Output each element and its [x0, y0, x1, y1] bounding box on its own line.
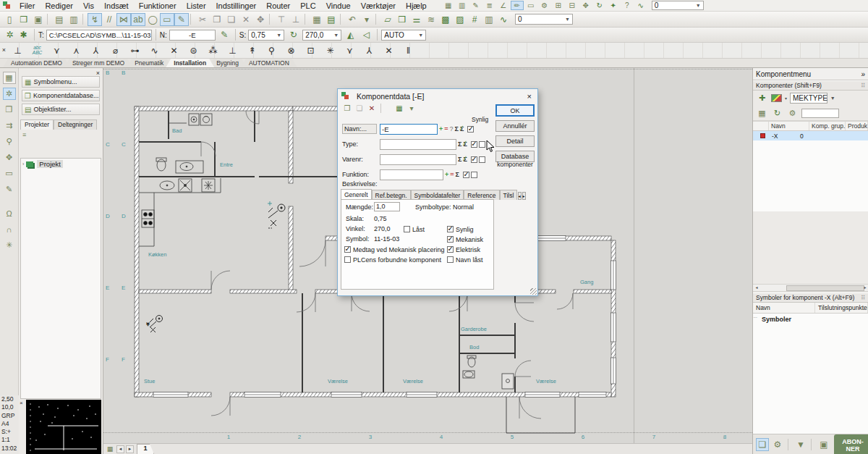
chevron-down-icon[interactable]: ▾	[785, 96, 787, 101]
menu-item[interactable]: Vindue	[321, 1, 356, 11]
menu-item[interactable]: Hjælp	[401, 1, 432, 11]
zoom-in-icon[interactable]: ⊞	[552, 1, 565, 10]
scroll-left-icon[interactable]: ◂	[753, 285, 760, 291]
symbol-place-icon[interactable]: ✲	[3, 29, 17, 41]
socket-symbol[interactable]: ⊜	[184, 43, 203, 58]
scale-combo[interactable]: 0,75▼	[248, 30, 284, 41]
new-icon[interactable]: ▯	[2, 13, 17, 26]
elektrisk-checkbox[interactable]	[447, 246, 454, 253]
pencil-icon[interactable]: ✎	[174, 13, 189, 26]
print-icon[interactable]: ▤	[52, 13, 67, 26]
add-component-icon[interactable]: ✚	[756, 93, 768, 104]
varenr-input[interactable]	[380, 154, 456, 165]
layers-icon[interactable]: ▥	[456, 1, 469, 10]
symbol-pick-icon[interactable]: ✱	[17, 29, 30, 41]
mirror-icon[interactable]: ◭	[344, 29, 357, 41]
section-menu-icon[interactable]: ⠿	[861, 83, 865, 89]
cut-icon[interactable]: ✂	[195, 13, 210, 26]
section-menu-icon[interactable]: ⠿	[861, 295, 865, 301]
expand-icon[interactable]: ›	[22, 161, 24, 167]
delete-icon[interactable]: ✕	[367, 104, 377, 113]
dialog-tab[interactable]: Ref.betegn.	[372, 190, 411, 200]
area-icon[interactable]: ▭	[524, 1, 537, 10]
earth-symbol[interactable]: ⊥	[8, 43, 27, 58]
column-navn[interactable]: Navn	[753, 303, 815, 313]
navn-synlig-checkbox[interactable]	[467, 126, 474, 133]
mektype-combo[interactable]: MEKTYPE▼	[790, 93, 827, 104]
resize-grip[interactable]	[530, 288, 537, 295]
placed-symbol-cursor[interactable]	[268, 201, 285, 228]
cancel-button[interactable]: Annullér	[495, 120, 535, 132]
menu-item[interactable]: Filer	[14, 1, 40, 11]
plus-icon[interactable]: +	[439, 125, 443, 133]
paste-icon[interactable]: ❏	[224, 13, 239, 26]
dialog-tab[interactable]: Generelt	[341, 189, 372, 200]
open-icon[interactable]: ❒	[17, 13, 31, 26]
auto-combo[interactable]: AUTO▼	[381, 30, 426, 41]
sum-slash-icon[interactable]: Σ	[463, 156, 467, 163]
plus-icon[interactable]: +	[445, 171, 448, 178]
settings-gear-icon[interactable]: ⚙	[786, 108, 799, 119]
scrollbar-thumb[interactable]	[786, 285, 864, 291]
pickmenu-tab[interactable]: Automation DEMO	[3, 59, 70, 67]
layers-icon[interactable]: ❏	[756, 438, 769, 451]
pickmenu-tab[interactable]: Installation	[166, 59, 214, 67]
probe-symbol[interactable]: ⚲	[262, 43, 281, 58]
draw-icon[interactable]: ✎	[469, 1, 482, 10]
pickmenu-tab[interactable]: AUTOMATION	[241, 59, 297, 67]
color-swatch-icon[interactable]	[771, 94, 782, 102]
menu-item[interactable]: Router	[261, 1, 295, 11]
pickmenu-tab[interactable]: Pneumatik	[127, 59, 171, 67]
angle-combo[interactable]: 270,0▼	[302, 30, 341, 41]
menu-item[interactable]: Indstillinger	[211, 1, 262, 11]
floor-socket-symbol[interactable]: ⊡	[301, 43, 320, 58]
grid-icon[interactable]: ▦	[3, 72, 16, 84]
objektlister-button[interactable]: ▤ Objektlister...	[22, 104, 100, 115]
junction-up-icon[interactable]: ⊤	[274, 13, 289, 26]
text-icon[interactable]: ab	[131, 13, 145, 26]
horizontal-scrollbar[interactable]: ◂ ▸	[753, 284, 868, 292]
menu-item[interactable]: Rediger	[40, 1, 78, 11]
symbols-icon[interactable]: ⋈	[116, 13, 131, 26]
component-db-icon[interactable]: ▩	[438, 13, 453, 26]
sum-slash-icon[interactable]: Σ	[463, 140, 467, 148]
cable-icon[interactable]: ≋	[424, 13, 438, 26]
dialog-titlebar[interactable]: Komponentdata [-E] ×	[338, 89, 537, 103]
menu-item[interactable]: Lister	[182, 1, 211, 11]
flip-icon[interactable]: ◁	[359, 29, 373, 41]
pickmenu-tab[interactable]: Streger mm DEMO	[64, 59, 132, 67]
sum-icon[interactable]: Σ	[456, 171, 459, 178]
wave-icon[interactable]: ∿	[634, 1, 647, 10]
close-icon[interactable]: ×	[96, 70, 100, 77]
pencil-icon[interactable]: ✏	[511, 1, 524, 10]
component-search-input[interactable]	[801, 109, 839, 118]
switch-4-symbol[interactable]: ⅄	[359, 43, 379, 58]
paste-icon[interactable]: ❏	[354, 104, 365, 113]
net-navigator-icon[interactable]: #	[467, 13, 482, 26]
pickmenu-tab[interactable]: Bygning	[208, 59, 247, 67]
database-icon[interactable]: ❒	[395, 13, 409, 26]
switch-3-symbol[interactable]: ⋎	[340, 43, 359, 58]
maengde-input[interactable]: 1,0	[374, 202, 400, 211]
copy-icon[interactable]: ❐	[210, 13, 224, 26]
medtag-checkbox[interactable]	[344, 246, 351, 253]
cross-symbol[interactable]: ✕	[379, 43, 399, 58]
delete-icon[interactable]: ✕	[239, 13, 253, 26]
symbols-list-area[interactable]	[753, 325, 868, 444]
menu-item[interactable]: Indsæt	[99, 1, 134, 11]
dropdown-caret-icon[interactable]: ▾	[407, 104, 417, 113]
print-settings-icon[interactable]: ▥	[67, 13, 81, 26]
tab-scroll-right-icon[interactable]: ▸	[522, 192, 526, 200]
refresh-icon[interactable]: ↻	[593, 1, 606, 10]
screen-edit-icon[interactable]: ✎	[3, 183, 16, 196]
mounting-icon[interactable]: ▥	[482, 13, 496, 26]
navn-label-button[interactable]: Navn:...	[342, 124, 377, 134]
magnet-a-icon[interactable]: Ω	[3, 207, 16, 219]
switch-2-symbol[interactable]: ⅄	[86, 43, 106, 58]
dialog-tab[interactable]: Symboldatafelter	[411, 190, 464, 200]
symbols-2-icon[interactable]: ✳	[3, 239, 16, 251]
database-lookup-icon[interactable]: ▦	[394, 104, 404, 113]
dialog-tab[interactable]: Tilsl	[500, 190, 517, 200]
laast-checkbox[interactable]	[404, 226, 410, 232]
funktion-input[interactable]	[380, 169, 443, 180]
